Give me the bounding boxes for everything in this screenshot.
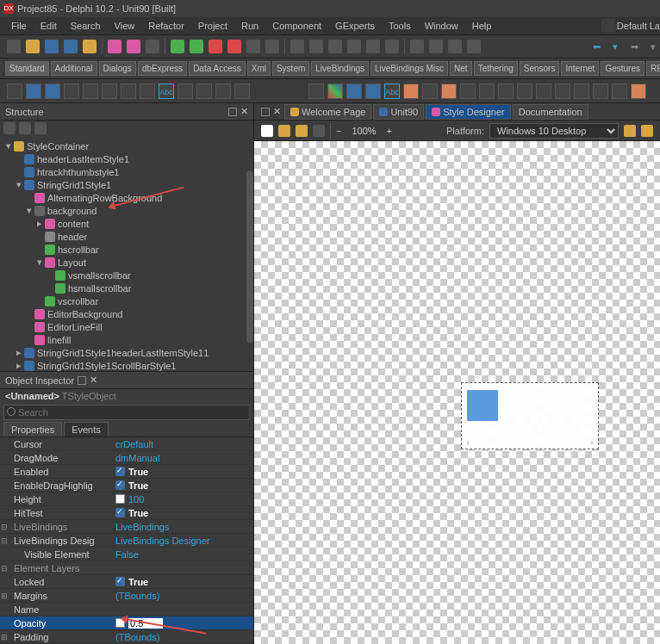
property-row[interactable]: Enabled True (0, 465, 253, 479)
comp-track-icon[interactable] (574, 84, 589, 99)
comp-radio-icon[interactable] (102, 84, 117, 99)
property-row[interactable]: Height 100 (0, 492, 253, 506)
comp-font-icon[interactable]: Abc (384, 84, 400, 99)
align-left-icon[interactable] (290, 40, 304, 53)
open-icon[interactable] (26, 40, 40, 53)
new-icon[interactable] (7, 40, 21, 53)
platform-remove-icon[interactable] (641, 125, 653, 137)
open-style-icon[interactable] (278, 125, 290, 137)
property-row[interactable]: DragModedmManual (0, 451, 253, 465)
pause-icon[interactable] (209, 40, 222, 53)
property-row[interactable]: ⊞Margins(TBounds) (0, 589, 253, 603)
comp-check-icon[interactable] (83, 84, 98, 99)
tree-node[interactable]: AlternatingRowBackground (0, 191, 253, 204)
palette-tab-xml[interactable]: Xml (247, 61, 271, 76)
nav-back-icon[interactable]: ⬅ (589, 40, 603, 53)
comp-scroll-icon[interactable] (177, 84, 193, 99)
zoom-out-icon[interactable]: − (336, 126, 341, 136)
align-right-icon[interactable] (328, 40, 342, 53)
scroll-left-icon[interactable]: ‹ (464, 438, 472, 447)
property-row[interactable]: HitTest True (0, 506, 253, 520)
comp-imagelist-icon[interactable] (441, 84, 457, 99)
step-into-icon[interactable] (265, 40, 279, 53)
palette-tab-sensors[interactable]: Sensors (520, 61, 560, 76)
align-center-icon[interactable] (309, 40, 323, 53)
tree-node[interactable]: EditorBackground (0, 307, 253, 320)
menu-edit[interactable]: Edit (34, 19, 63, 33)
inspector-search-input[interactable] (3, 405, 250, 420)
menu-gexperts[interactable]: GExperts (329, 19, 381, 33)
tab-events[interactable]: Events (64, 422, 109, 437)
menu-run[interactable]: Run (235, 19, 265, 33)
tree-node[interactable]: vscrollbar (0, 294, 253, 307)
tree-node[interactable]: ▸content (0, 217, 253, 230)
palette-tab-dataaccess[interactable]: Data Access (189, 61, 246, 76)
zoom-in-icon[interactable]: + (387, 126, 392, 136)
open-project-icon[interactable] (83, 40, 97, 53)
menu-help[interactable]: Help (466, 19, 498, 33)
tree-node[interactable]: vsmallscrollbar (0, 269, 253, 282)
menu-view[interactable]: View (109, 19, 141, 33)
tree-node[interactable]: linefill (0, 333, 253, 346)
align-top-icon[interactable] (347, 40, 361, 53)
space-v-icon[interactable] (429, 40, 443, 53)
palette-tab-system[interactable]: System (272, 61, 309, 76)
comp-panel-icon[interactable] (215, 84, 231, 99)
tab-welcome[interactable]: Welcome Page (284, 104, 371, 120)
comp-status-icon[interactable] (479, 84, 495, 99)
tab-documentation[interactable]: Documentation (513, 104, 588, 120)
comp-button-icon[interactable] (26, 84, 41, 99)
menu-window[interactable]: Window (419, 19, 464, 33)
comp-action-icon[interactable] (234, 84, 250, 99)
tree-node[interactable]: ▸StringGrid1Style1headerLastItemStyle11 (0, 346, 253, 359)
preview-hscrollbar[interactable]: ‹ › (464, 438, 596, 447)
run-icon[interactable] (171, 40, 184, 53)
save-icon[interactable] (45, 40, 59, 53)
comp-opendialog-icon[interactable] (346, 84, 362, 99)
stop-icon[interactable] (227, 40, 241, 53)
tree-node[interactable]: ▸StringGrid1Style1ScrollBarStyle1 (0, 359, 253, 371)
doc-close-icon[interactable]: ✕ (273, 106, 281, 117)
tree-node[interactable]: ▾StyleContainer (0, 139, 253, 152)
align-mid-icon[interactable] (366, 40, 380, 53)
menu-refactor[interactable]: Refactor (142, 19, 190, 33)
menu-search[interactable]: Search (65, 19, 107, 33)
property-row[interactable]: Visible ElementFalse (0, 548, 253, 561)
tree-node[interactable]: ▾StringGrid1Style1 (0, 178, 253, 191)
add-style-icon[interactable] (296, 125, 308, 137)
palette-tab-additional[interactable]: Additional (51, 61, 97, 76)
palette-tab-standard[interactable]: Standard (5, 61, 49, 76)
inspector-close-icon[interactable]: ✕ (90, 375, 97, 386)
palette-tab-dialogs[interactable]: Dialogs (99, 61, 136, 76)
palette-tab-livebindingsmisc[interactable]: LiveBindings Misc (370, 61, 448, 76)
center-h-icon[interactable] (448, 40, 462, 53)
property-row[interactable]: ⊟LiveBindingsLiveBindings (0, 520, 253, 534)
tree-node[interactable]: htrackhthumbstyle1 (0, 165, 253, 178)
view-form-icon[interactable] (108, 40, 121, 53)
doc-pin-icon[interactable] (261, 108, 270, 116)
tree-node[interactable]: headerLastItemStyle1 (0, 152, 253, 165)
structure-close-icon[interactable]: ✕ (240, 106, 248, 117)
tree-node[interactable]: EditorLineFill (0, 320, 253, 333)
comp-popup-icon[interactable] (498, 84, 514, 99)
preview-vscrollbar[interactable] (588, 385, 596, 437)
tree-node[interactable]: header (0, 230, 253, 243)
platform-select[interactable]: Windows 10 Desktop (489, 123, 619, 139)
menu-project[interactable]: Project (192, 19, 233, 33)
menu-component[interactable]: Component (266, 19, 327, 33)
property-grid[interactable]: CursorcrDefaultDragModedmManualEnabled T… (0, 437, 253, 644)
tab-properties[interactable]: Properties (3, 422, 62, 437)
structure-tree[interactable]: ▾StyleContainerheaderLastItemStyle1htrac… (0, 136, 253, 371)
property-row[interactable]: Locked True (0, 575, 253, 589)
menu-file[interactable]: File (5, 19, 33, 33)
platform-add-icon[interactable] (624, 125, 636, 137)
comp-tabcontrol-icon[interactable] (631, 84, 646, 99)
comp-group-icon[interactable] (196, 84, 212, 99)
view-unit-icon[interactable] (127, 40, 140, 53)
property-row[interactable]: CursorcrDefault (0, 437, 253, 451)
inspector-pin-icon[interactable] (78, 376, 86, 385)
property-row[interactable]: ⊟Element Layers (0, 561, 253, 575)
property-row[interactable]: ⊞Padding(TBounds) (0, 630, 253, 644)
comp-timer-icon[interactable] (536, 84, 551, 99)
layout-icon[interactable] (601, 19, 615, 33)
